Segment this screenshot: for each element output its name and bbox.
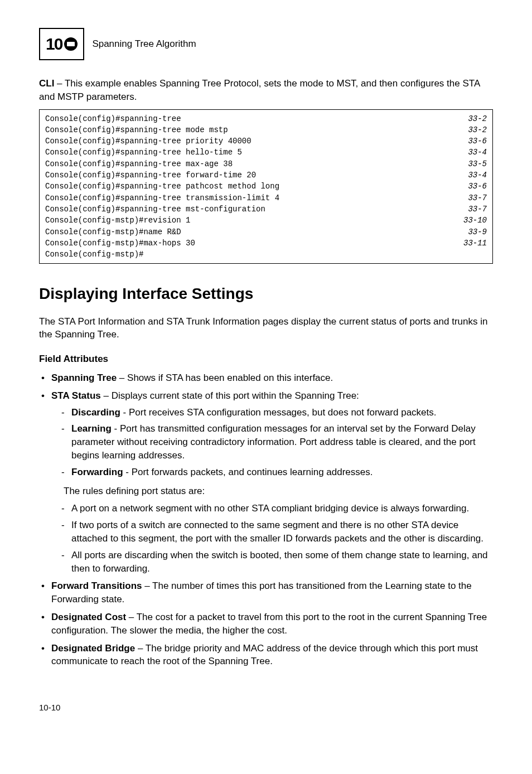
sta-status-label: STA Status	[51, 390, 101, 401]
sta-status-text: – Displays current state of this port wi…	[101, 390, 359, 401]
forward-transitions-label: Forward Transitions	[51, 580, 142, 591]
list-item: Designated Bridge – The bridge priority …	[39, 642, 493, 669]
spanning-tree-label: Spanning Tree	[51, 373, 117, 383]
code-line: Console(config)#spanning-tree max-age 38…	[45, 158, 487, 170]
chapter-badge: 10	[39, 28, 84, 60]
chapter-number: 10	[46, 32, 62, 56]
rules-sublist: A port on a network segment with no othe…	[51, 502, 493, 575]
discarding-label: Discarding	[71, 407, 120, 418]
forwarding-text: - Port forwards packets, and continues l…	[123, 467, 373, 477]
list-item: Discarding - Port receives STA configura…	[61, 406, 493, 419]
designated-bridge-label: Designated Bridge	[51, 643, 135, 654]
code-command: Console(config)#spanning-tree hello-time…	[45, 147, 242, 158]
list-item: Forward Transitions – The number of time…	[39, 579, 493, 606]
list-item: All ports are discarding when the switch…	[61, 549, 493, 575]
code-block: Console(config)#spanning-tree33-2Console…	[39, 109, 493, 264]
code-line: Console(config)#spanning-tree forward-ti…	[45, 170, 487, 181]
code-command: Console(config)#spanning-tree	[45, 113, 181, 124]
code-command: Console(config-mstp)#revision 1	[45, 215, 190, 226]
code-line: Console(config)#spanning-tree pathcost m…	[45, 181, 487, 192]
cli-label: CLI	[39, 78, 54, 89]
code-reference: 33-11	[463, 238, 487, 249]
learning-text: - Port has transmitted configuration mes…	[71, 423, 476, 461]
code-command: Console(config-mstp)#name R&D	[45, 226, 181, 238]
sta-status-sublist: Discarding - Port receives STA configura…	[51, 406, 493, 479]
list-item: Forwarding - Port forwards packets, and …	[61, 466, 493, 479]
code-command: Console(config)#spanning-tree mode mstp	[45, 124, 228, 136]
page-number: 10-10	[39, 702, 493, 713]
code-line: Console(config-mstp)#	[45, 249, 487, 260]
page-header: 10 Spanning Tree Algorithm	[39, 28, 493, 60]
code-line: Console(config-mstp)#max-hops 3033-11	[45, 238, 487, 249]
code-command: Console(config)#spanning-tree pathcost m…	[45, 181, 279, 192]
spanning-tree-text: – Shows if STA has been enabled on this …	[117, 373, 333, 383]
code-reference: 33-6	[468, 136, 487, 147]
code-reference: 33-4	[468, 147, 487, 158]
code-line: Console(config)#spanning-tree priority 4…	[45, 136, 487, 147]
rules-intro: The rules defining port status are:	[64, 485, 493, 498]
list-item: Learning - Port has transmitted configur…	[61, 422, 493, 462]
cli-intro-text: – This example enables Spanning Tree Pro…	[39, 78, 480, 102]
discarding-text: - Port receives STA configuration messag…	[120, 407, 437, 418]
chapter-icon	[64, 37, 78, 51]
code-line: Console(config)#spanning-tree mst-config…	[45, 204, 487, 215]
code-line: Console(config)#spanning-tree mode mstp3…	[45, 124, 487, 136]
code-command: Console(config)#spanning-tree transmissi…	[45, 192, 279, 204]
designated-cost-label: Designated Cost	[51, 612, 126, 622]
code-reference: 33-7	[468, 192, 487, 204]
code-reference: 33-9	[468, 226, 487, 238]
svg-rect-0	[67, 42, 75, 46]
field-attributes-heading: Field Attributes	[39, 352, 493, 366]
code-command: Console(config)#spanning-tree max-age 38	[45, 158, 233, 170]
section-heading: Displaying Interface Settings	[39, 283, 493, 304]
list-item: Designated Cost – The cost for a packet …	[39, 611, 493, 637]
list-item: A port on a network segment with no othe…	[61, 502, 493, 515]
header-title: Spanning Tree Algorithm	[92, 37, 196, 51]
code-reference: 33-7	[468, 204, 487, 215]
code-reference: 33-4	[468, 170, 487, 181]
code-command: Console(config-mstp)#max-hops 30	[45, 238, 195, 249]
learning-label: Learning	[71, 423, 112, 434]
cli-intro: CLI – This example enables Spanning Tree…	[39, 77, 493, 104]
code-reference: 33-6	[468, 181, 487, 192]
list-item: STA Status – Displays current state of t…	[39, 389, 493, 575]
section-intro: The STA Port Information and STA Trunk I…	[39, 315, 493, 342]
code-reference: 33-2	[468, 124, 487, 136]
code-line: Console(config)#spanning-tree transmissi…	[45, 192, 487, 204]
list-item: Spanning Tree – Shows if STA has been en…	[39, 371, 493, 385]
code-reference: 33-10	[463, 215, 487, 226]
code-line: Console(config)#spanning-tree hello-time…	[45, 147, 487, 158]
code-command: Console(config)#spanning-tree priority 4…	[45, 136, 252, 147]
code-line: Console(config)#spanning-tree33-2	[45, 113, 487, 124]
code-command: Console(config)#spanning-tree forward-ti…	[45, 170, 256, 181]
code-command: Console(config)#spanning-tree mst-config…	[45, 204, 265, 215]
code-line: Console(config-mstp)#name R&D33-9	[45, 226, 487, 238]
attribute-list: Spanning Tree – Shows if STA has been en…	[39, 371, 493, 668]
code-line: Console(config-mstp)#revision 133-10	[45, 215, 487, 226]
code-reference: 33-5	[468, 158, 487, 170]
list-item: If two ports of a switch are connected t…	[61, 519, 493, 545]
forwarding-label: Forwarding	[71, 467, 123, 477]
code-command: Console(config-mstp)#	[45, 249, 143, 260]
code-reference: 33-2	[468, 113, 487, 124]
